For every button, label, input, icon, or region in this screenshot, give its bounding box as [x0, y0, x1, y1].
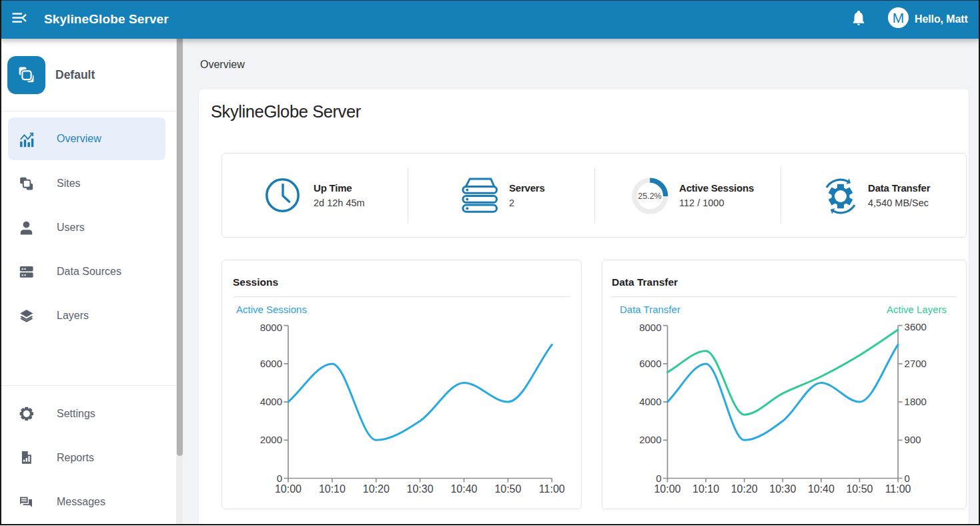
svg-text:10:00: 10:00	[654, 483, 680, 495]
svg-text:1800: 1800	[905, 396, 927, 407]
svg-text:10:30: 10:30	[407, 483, 434, 495]
svg-text:6000: 6000	[639, 358, 661, 369]
svg-text:25.2%: 25.2%	[638, 192, 661, 201]
svg-text:0: 0	[656, 473, 661, 484]
svg-text:11:00: 11:00	[539, 483, 565, 495]
svg-text:2000: 2000	[639, 434, 661, 445]
svg-text:10:50: 10:50	[494, 483, 521, 495]
svg-text:10:40: 10:40	[808, 483, 835, 495]
svg-text:2700: 2700	[905, 358, 927, 369]
svg-text:8000: 8000	[260, 322, 282, 333]
svg-text:10:10: 10:10	[692, 483, 719, 495]
svg-text:900: 900	[905, 434, 921, 445]
svg-text:10:20: 10:20	[363, 483, 390, 495]
svg-text:10:10: 10:10	[319, 483, 346, 495]
svg-text:2000: 2000	[260, 434, 282, 445]
svg-text:8000: 8000	[639, 322, 661, 333]
svg-text:10:30: 10:30	[769, 483, 796, 495]
svg-text:11:00: 11:00	[885, 483, 911, 495]
svg-text:0: 0	[277, 473, 282, 484]
svg-text:4000: 4000	[639, 396, 661, 407]
svg-text:10:20: 10:20	[731, 483, 758, 495]
svg-text:0: 0	[905, 473, 910, 484]
svg-text:3600: 3600	[905, 321, 927, 332]
svg-text:10:40: 10:40	[450, 483, 477, 495]
svg-text:6000: 6000	[260, 358, 282, 369]
svg-text:10:00: 10:00	[275, 483, 302, 495]
svg-text:10:50: 10:50	[846, 483, 873, 495]
svg-text:4000: 4000	[260, 396, 282, 407]
